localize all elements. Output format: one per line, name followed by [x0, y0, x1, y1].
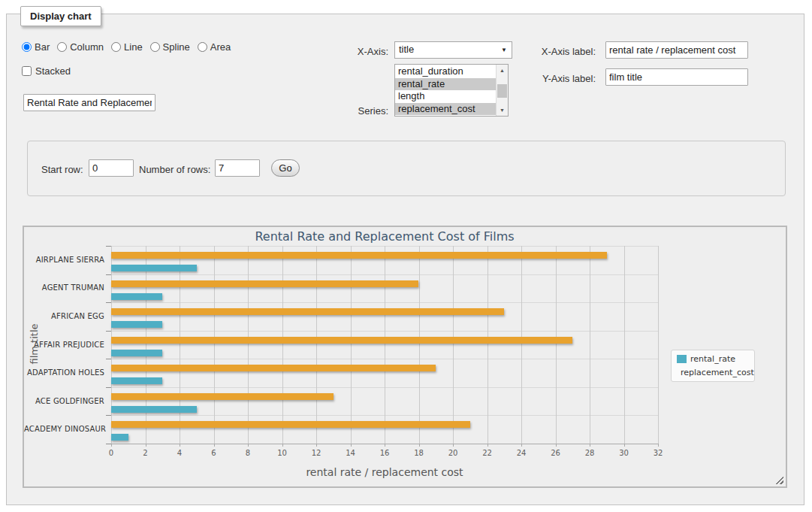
series-option[interactable]: rental_rate — [395, 78, 496, 91]
chart-type-line-radio[interactable] — [111, 42, 121, 52]
bar-rental_rate[interactable] — [111, 321, 162, 328]
chart-type-bar-radio[interactable] — [22, 42, 32, 52]
y-axis-tick — [106, 331, 111, 332]
number-of-rows-input[interactable] — [215, 159, 260, 177]
panel-legend: Display chart — [20, 6, 101, 26]
legend-label: rental_rate — [690, 354, 735, 364]
chart-type-column[interactable]: Column — [57, 41, 104, 53]
x-tick-label: 10 — [271, 449, 294, 457]
go-button[interactable]: Go — [271, 159, 300, 177]
y-axis-tick — [106, 444, 111, 444]
chart-type-line[interactable]: Line — [111, 41, 143, 53]
series-option[interactable]: replacement_cost — [395, 103, 496, 116]
number-of-rows-label: Number of rows: — [139, 164, 210, 175]
v-gridline — [556, 246, 557, 444]
category-label: AFFAIR PREJUDICE — [24, 341, 104, 349]
legend-swatch — [677, 355, 687, 363]
y-axis-tick — [106, 387, 111, 388]
scroll-up-icon[interactable]: ▲ — [497, 65, 508, 76]
v-gridline — [521, 246, 522, 444]
v-gridline — [111, 246, 112, 444]
bar-replacement_cost[interactable] — [111, 337, 572, 344]
bar-rental_rate[interactable] — [111, 377, 162, 384]
bar-rental_rate[interactable] — [111, 434, 128, 441]
x-tick-label: 6 — [203, 449, 225, 457]
x-tick-label: 32 — [647, 449, 669, 457]
y-axis-label-field-label: Y-Axis label: — [526, 73, 596, 84]
x-tick-label: 28 — [578, 449, 601, 457]
bar-replacement_cost[interactable] — [111, 308, 504, 315]
v-gridline — [214, 246, 215, 444]
v-gridline — [624, 246, 625, 444]
x-axis-label-input[interactable] — [605, 41, 748, 59]
bar-replacement_cost[interactable] — [111, 421, 470, 428]
x-axis-selected-value: title — [399, 44, 414, 55]
bar-replacement_cost[interactable] — [111, 280, 418, 287]
start-row-label: Start row: — [41, 164, 83, 175]
category-label: ACADEMY DINOSAUR — [24, 425, 104, 433]
series-listbox-label: Series: — [342, 105, 388, 117]
v-gridline — [590, 246, 590, 444]
category-label: ACE GOLDFINGER — [24, 397, 104, 405]
chart-title: Rental Rate and Replacement Cost of Film… — [111, 229, 658, 244]
x-axis-line — [111, 444, 658, 444]
x-tick-label: 14 — [340, 449, 362, 457]
listbox-scrollbar[interactable]: ▲ ▼ — [496, 65, 508, 116]
v-gridline — [385, 246, 385, 444]
series-option[interactable]: rental_duration — [395, 65, 496, 78]
bar-rental_rate[interactable] — [111, 350, 162, 356]
v-gridline — [316, 246, 317, 444]
chart-type-bar[interactable]: Bar — [22, 41, 50, 53]
x-axis-label-field-label: X-Axis label: — [526, 46, 596, 57]
chart-type-area[interactable]: Area — [198, 41, 231, 53]
x-tick-label: 18 — [408, 449, 430, 457]
x-axis-select-label: X-Axis: — [342, 46, 388, 57]
y-axis-tick — [106, 246, 111, 247]
bar-rental_rate[interactable] — [111, 406, 197, 413]
v-gridline — [180, 246, 180, 444]
series-listbox[interactable]: rental_durationrental_ratelengthreplacem… — [394, 64, 509, 117]
bar-replacement_cost[interactable] — [111, 252, 607, 259]
series-options: rental_durationrental_ratelengthreplacem… — [395, 65, 496, 115]
category-label: AFRICAN EGG — [24, 312, 104, 320]
chart-legend: rental_ratereplacement_cost — [671, 350, 755, 382]
chart-type-spline[interactable]: Spline — [150, 41, 190, 53]
bar-replacement_cost[interactable] — [111, 365, 436, 371]
v-gridline — [419, 246, 420, 444]
chart-type-group: Bar Column Line Spline Area — [22, 41, 231, 53]
chevron-down-icon: ▼ — [501, 47, 507, 53]
stacked-checkbox[interactable] — [22, 66, 32, 76]
v-gridline — [282, 246, 283, 444]
v-gridline — [453, 246, 454, 444]
y-axis-label-input[interactable] — [605, 68, 748, 86]
legend-item[interactable]: rental_rate — [677, 354, 749, 364]
x-axis-select[interactable]: title ▼ — [394, 41, 512, 59]
chart-type-area-radio[interactable] — [198, 42, 207, 52]
x-tick-label: 16 — [373, 449, 396, 457]
v-gridline — [146, 246, 146, 444]
chart-type-column-radio[interactable] — [57, 42, 67, 52]
bar-rental_rate[interactable] — [111, 265, 197, 271]
category-label: AIRPLANE SIERRA — [24, 256, 104, 264]
v-gridline — [488, 246, 488, 444]
legend-label: replacement_cost — [681, 368, 754, 377]
resize-handle-icon[interactable] — [775, 476, 783, 484]
y-axis-tick — [106, 274, 111, 275]
chart-title-input[interactable] — [23, 94, 155, 111]
scrollbar-thumb[interactable] — [497, 84, 507, 98]
x-tick-label: 26 — [545, 449, 567, 457]
bar-rental_rate[interactable] — [111, 293, 162, 300]
start-row-input[interactable] — [89, 159, 134, 177]
stacked-option[interactable]: Stacked — [22, 65, 71, 77]
x-axis-title: rental rate / replacement cost — [111, 466, 658, 478]
scroll-down-icon[interactable]: ▼ — [497, 105, 508, 116]
x-tick-label: 12 — [305, 449, 328, 457]
y-axis-tick — [106, 359, 111, 359]
v-gridline — [351, 246, 352, 444]
bar-replacement_cost[interactable] — [111, 393, 334, 400]
legend-item[interactable]: replacement_cost — [677, 368, 749, 377]
category-label: AGENT TRUMAN — [24, 283, 104, 292]
chart-plot-area: Rental Rate and Replacement Cost of Film… — [24, 227, 786, 486]
chart-type-spline-radio[interactable] — [150, 42, 160, 52]
series-option[interactable]: length — [395, 90, 496, 103]
